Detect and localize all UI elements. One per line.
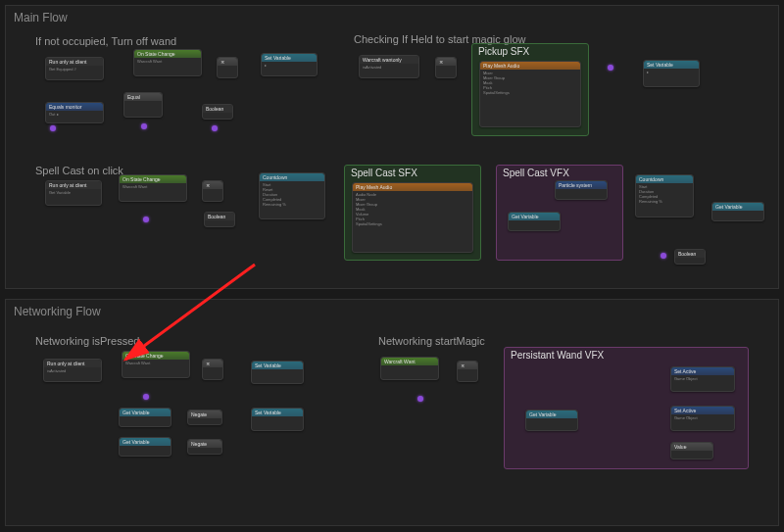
node-header: Get Variable (120, 438, 171, 446)
networking-flow-panel: Networking Flow Networking isPressed Net… (5, 299, 779, 526)
node-equals-monitor[interactable]: Equals monitor Out ▸ (45, 102, 104, 123)
node-countdown-1[interactable]: Countdown Start Reset Duration Completed… (259, 172, 325, 219)
node-header: Value (671, 443, 712, 451)
node-get-variable-1[interactable]: Run only at client Get Variable (45, 180, 102, 206)
node-boolean-1[interactable]: Boolean (202, 104, 233, 120)
branch-icon: ⤨ (203, 181, 222, 189)
node-body: ▸ (262, 62, 317, 69)
node-on-state-change-3[interactable]: On State Change Warcraft Want (122, 351, 190, 378)
node-header: Get Variable (120, 409, 171, 416)
node-boolean-2[interactable]: Boolean (204, 212, 235, 227)
node-header: Run only at client (46, 181, 101, 189)
node-set-active-1[interactable]: Set Active Game Object (670, 366, 735, 392)
node-header: Negate (188, 440, 221, 448)
node-branch-3[interactable]: ⤨ (202, 180, 223, 202)
main-flow-title: Main Flow (14, 11, 68, 24)
main-flow-panel: Main Flow If not occupied, Turn off wand… (5, 5, 779, 289)
section-networking-ispressed: Networking isPressed (35, 335, 139, 347)
node-negate-2[interactable]: Negate (187, 439, 222, 455)
node-particles[interactable]: Particle system (555, 180, 608, 200)
node-header: Play Mesh Audio (353, 183, 472, 191)
networking-flow-title: Networking Flow (14, 305, 101, 318)
node-countdown-2[interactable]: Countdown Start Duration Completed Remai… (635, 174, 694, 218)
connector-dot (141, 123, 147, 129)
node-get-variable-4[interactable]: Get Variable (119, 408, 172, 427)
group-title: Spell Cast SFX (351, 168, 417, 178)
node-header: Run only at client (46, 58, 103, 66)
node-play-audio-2[interactable]: Play Mesh Audio Audio Node Mixer Mixer G… (352, 182, 473, 253)
node-boolean-3[interactable]: Boolean (674, 249, 706, 265)
branch-icon: ⤨ (436, 58, 456, 66)
node-play-audio-1[interactable]: Play Mesh Audio Mixer Mixer Group Mask P… (479, 61, 581, 127)
pin: SpatialSettings (483, 90, 577, 95)
node-get-variable-3[interactable]: Get Variable (711, 202, 764, 221)
connector-dot (608, 65, 613, 71)
node-get-equipped[interactable]: Run only at client Get Equipped # (45, 57, 104, 80)
group-title: Pickup SFX (478, 46, 529, 57)
node-header: Play Mesh Audio (480, 62, 580, 70)
node-get-variable-5[interactable]: Get Variable (119, 437, 172, 457)
connector-dot (143, 217, 149, 222)
section-if-not-occupied: If not occupied, Turn off wand (35, 35, 176, 47)
node-body: Audio Node Mixer Mixer Group Mask Volume… (353, 191, 472, 227)
node-header: Get Variable (526, 411, 577, 418)
node-header: Equals monitor (46, 103, 103, 111)
pin: Remaining % (263, 202, 321, 207)
node-equal[interactable]: Equal (123, 92, 163, 118)
pin: SpatialSettings (356, 221, 469, 226)
node-header: Negate (188, 411, 221, 418)
node-net-event-2[interactable]: Warcraft Want (380, 357, 439, 380)
node-branch-1[interactable]: ⤨ (217, 57, 238, 78)
node-branch-5[interactable]: ⤨ (457, 361, 478, 382)
node-header: Get Variable (509, 213, 560, 220)
node-header: Particle system (556, 181, 607, 189)
node-get-variable-6[interactable]: Get Variable (525, 410, 578, 431)
connector-dot (50, 125, 56, 131)
node-header: Run only at client (44, 360, 101, 367)
node-branch-2[interactable]: ⤨ (435, 57, 457, 78)
connector-dot (143, 394, 149, 400)
node-header: Countdown (260, 173, 324, 181)
node-header: On State Change (122, 352, 189, 360)
node-body: Out ▸ (46, 111, 103, 118)
branch-icon: ⤨ (203, 360, 222, 367)
node-header: Set Variable (252, 362, 303, 369)
node-net-event[interactable]: Run only at client isActivated (43, 359, 102, 382)
node-negate-1[interactable]: Negate (187, 410, 222, 425)
node-body: ▸ (644, 69, 699, 75)
branch-icon: ⤨ (218, 58, 237, 66)
node-header: Boolean (205, 213, 234, 220)
node-header: Get Variable (712, 203, 763, 211)
connector-dot (212, 125, 218, 131)
node-header: On State Change (134, 50, 201, 58)
node-get-variable-2[interactable]: Get Variable (508, 212, 561, 231)
node-header: Warcraft wantonly (360, 56, 418, 64)
node-event-held[interactable]: Warcraft wantonly isActivated (359, 55, 419, 78)
node-body: Warcraft Want (122, 360, 189, 366)
node-body: Start Duration Completed Remaining % (636, 183, 693, 205)
node-header: Warcraft Want (381, 358, 438, 365)
node-set-variable-4[interactable]: Set Variable (251, 408, 304, 431)
node-on-state-change-2[interactable]: On State Change Warcraft Want (119, 174, 187, 202)
node-body: Mixer Mixer Group Mask Pitch SpatialSett… (480, 70, 580, 96)
node-header: Boolean (203, 105, 232, 113)
node-set-variable-3[interactable]: Set Variable (251, 361, 304, 384)
node-set-variable-2[interactable]: Set Variable ▸ (643, 60, 700, 87)
node-body: Game Object (671, 414, 734, 421)
node-body: Warcraft Want (120, 183, 186, 190)
section-networking-startmagic: Networking startMagic (378, 335, 485, 347)
node-value[interactable]: Value (670, 442, 713, 459)
node-header: Set Active (671, 367, 734, 375)
node-header: Countdown (636, 175, 693, 183)
node-body: Start Reset Duration Completed Remaining… (260, 181, 324, 208)
node-header: Boolean (675, 250, 705, 258)
node-branch-4[interactable]: ⤨ (202, 359, 223, 380)
node-on-state-change-1[interactable]: On State Change Warcraft Want (133, 49, 202, 76)
node-body: isActivated (360, 64, 418, 71)
node-header: Set Variable (252, 409, 303, 416)
node-set-active-2[interactable]: Set Active Game Object (670, 406, 735, 431)
node-body: Game Object (671, 375, 734, 382)
node-header: Set Variable (644, 61, 699, 69)
node-set-variable-1[interactable]: Set Variable ▸ (261, 53, 318, 76)
connector-dot (417, 396, 423, 402)
